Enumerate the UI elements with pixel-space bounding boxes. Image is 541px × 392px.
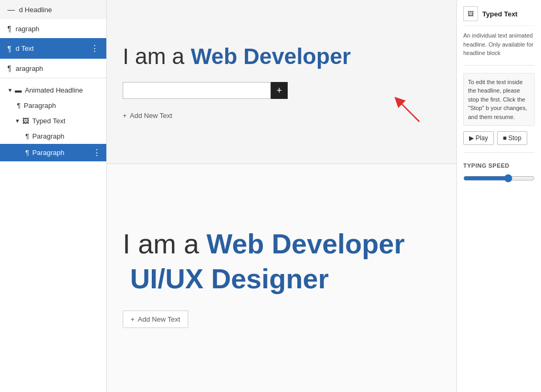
animated-headline-block-icon: ▬ (15, 86, 22, 94)
layer-paragraph-2[interactable]: ¶ Paragraph (0, 129, 106, 144)
bottom-headline-line2: UI/UX Designer (123, 263, 329, 295)
para3-icon: ¶ (25, 149, 29, 157)
svg-line-0 (398, 101, 419, 122)
play-button[interactable]: ▶ Play (463, 131, 494, 145)
expand-arrow-headline: ▼ (7, 87, 13, 93)
typing-speed-label: TYPING SPEED (463, 162, 535, 169)
para2-icon: ¶ (25, 132, 29, 140)
add-new-text-top-button[interactable]: + Add New Text (123, 112, 172, 120)
para1-icon: ¶ (17, 102, 21, 110)
panel-divider-1 (463, 65, 535, 66)
add-new-text-top-label: Add New Text (130, 112, 172, 120)
sidebar-item-paragraph1-label: ragraph (16, 25, 40, 33)
panel-header: 🖼 Typed Text (463, 6, 535, 26)
paragraph1-icon: ¶ (7, 24, 12, 33)
layer-paragraph-1-label: Paragraph (24, 102, 56, 110)
text-input-field[interactable] (123, 82, 271, 99)
plus-icon-bottom: + (131, 315, 135, 323)
sidebar-item-paragraph2[interactable]: ¶ aragraph (0, 59, 106, 78)
sidebar-item-headline[interactable]: — d Headline (0, 0, 106, 19)
layer-animated-headline-label: Animated Headline (25, 86, 83, 94)
sidebar-item-typed-text[interactable]: ¶ d Text ⋮ (0, 38, 106, 59)
arrow-svg (393, 95, 425, 127)
panel-divider-2 (463, 152, 535, 153)
text-input-row: + (123, 82, 288, 99)
panel-typed-text-icon: 🖼 (463, 6, 478, 21)
right-panel: 🖼 Typed Text An individual text animated… (456, 0, 541, 392)
typed-text-layer-icon: 🖼 (22, 117, 29, 125)
left-sidebar: — d Headline ¶ ragraph ¶ d Text ⋮ ¶ arag… (0, 0, 107, 392)
add-new-text-bottom-button[interactable]: + Add New Text (123, 311, 188, 328)
panel-description: An individual text animated headline. On… (463, 31, 535, 58)
layer-paragraph-3-label: Paragraph (32, 149, 65, 157)
headline-icon: — (7, 5, 15, 14)
add-new-text-bottom-label: Add New Text (138, 315, 180, 323)
layer-animated-headline[interactable]: ▼ ▬ Animated Headline (0, 83, 106, 98)
typing-speed-slider[interactable] (463, 174, 535, 183)
plus-icon-top: + (123, 112, 127, 120)
sidebar-top-section: — d Headline ¶ ragraph ¶ d Text ⋮ ¶ arag… (0, 0, 106, 78)
typing-speed-slider-row (463, 174, 535, 183)
panel-play-stop-controls: ▶ Play ■ Stop (463, 131, 535, 145)
arrow-indicator (393, 95, 425, 129)
top-headline-typed: Web Developer (191, 44, 351, 69)
top-headline: I am a Web Developer (123, 44, 351, 69)
bottom-headline-prefix: I am a (123, 228, 199, 260)
sidebar-item-paragraph2-label: aragraph (16, 65, 43, 72)
layer-paragraph-2-label: Paragraph (32, 132, 65, 140)
layer-paragraph-3[interactable]: ¶ Paragraph ⋮ (0, 144, 106, 161)
bottom-headline: I am a Web Developer (123, 228, 405, 260)
typed-text-more-icon[interactable]: ⋮ (90, 43, 99, 53)
sidebar-item-paragraph1[interactable]: ¶ ragraph (0, 19, 106, 38)
sidebar-layer-tree: ▼ ▬ Animated Headline ¶ Paragraph ▼ 🖼 Ty… (0, 78, 106, 392)
typed-text-icon: ¶ (7, 44, 12, 53)
sidebar-item-headline-label: d Headline (19, 6, 52, 14)
layer-typed-text[interactable]: ▼ 🖼 Typed Text (0, 113, 106, 129)
add-text-button[interactable]: + (271, 82, 288, 99)
layer-typed-text-label: Typed Text (32, 117, 66, 125)
expand-arrow-typed: ▼ (15, 118, 20, 124)
layer-para3-more-icon[interactable]: ⋮ (93, 148, 101, 158)
canvas-top-area: I am a Web Developer + + Add New Text (107, 0, 456, 164)
panel-title: Typed Text (482, 10, 518, 18)
paragraph2-icon: ¶ (7, 64, 12, 72)
main-canvas: I am a Web Developer + + Add New Text (107, 0, 456, 392)
top-headline-prefix: I am a (123, 44, 185, 69)
layer-paragraph-1[interactable]: ¶ Paragraph (0, 98, 106, 113)
panel-info-box: To edit the text inside the headline, pl… (463, 73, 535, 126)
stop-button[interactable]: ■ Stop (497, 131, 527, 145)
bottom-headline-typed: Web Developer (207, 228, 405, 260)
sidebar-item-typed-text-label: d Text (16, 44, 34, 52)
canvas-bottom-area: I am a Web Developer UI/UX Designer + Ad… (107, 164, 456, 392)
